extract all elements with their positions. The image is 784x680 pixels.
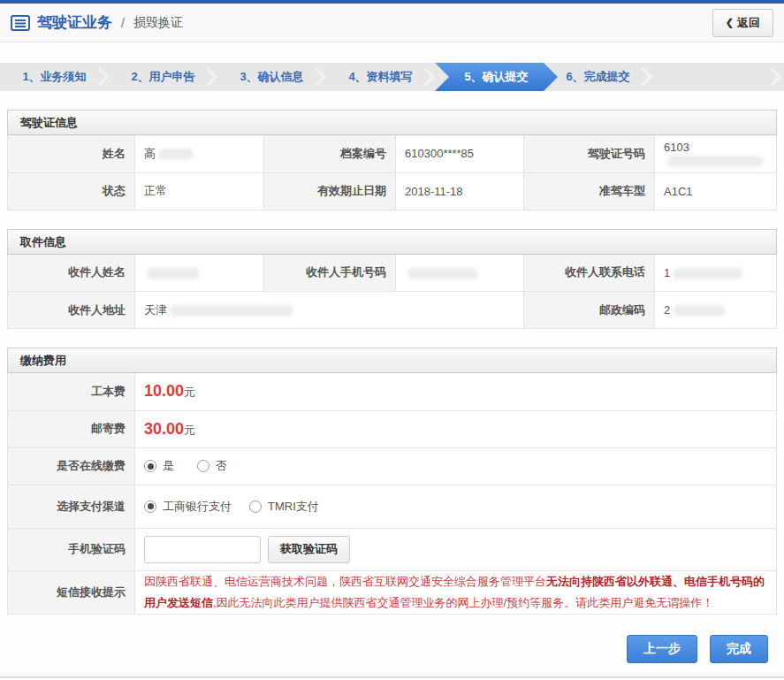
recipient-phone-value: 1 xyxy=(655,255,777,292)
license-info-table: 姓名 高 档案编号 610300****85 驾驶证号码 6103 状态 正常 … xyxy=(7,135,777,210)
page-subtitle: 损毁换证 xyxy=(133,15,183,31)
section-pickup-info: 取件信息 收件人姓名 收件人手机号码 收件人联系电话 1 收件人地址 天津 邮政… xyxy=(7,229,777,330)
pay-channel-label: 选择支付渠道 xyxy=(8,485,135,528)
table-row: 收件人姓名 收件人手机号码 收件人联系电话 1 xyxy=(8,255,777,292)
recipient-mobile-label: 收件人手机号码 xyxy=(264,255,396,292)
sms-notice-text: 因陕西省联通、电信运营商技术问题，陕西省互联网交通安全综合服务管理平台无法向持陕… xyxy=(135,570,777,614)
redacted-license-number xyxy=(666,156,764,167)
radio-selected-icon xyxy=(144,500,156,513)
recipient-name-label: 收件人姓名 xyxy=(8,255,135,292)
step-1-business-notice[interactable]: 1、业务须知 xyxy=(0,63,109,91)
section-license-info: 驾驶证信息 姓名 高 档案编号 610300****85 驾驶证号码 6103 … xyxy=(7,110,777,210)
radio-unselected-icon xyxy=(197,460,209,472)
radio-channel-tmri[interactable]: TMRI支付 xyxy=(249,499,319,515)
production-fee-value: 10.00元 xyxy=(135,373,777,410)
finish-button[interactable]: 完成 xyxy=(710,635,768,663)
step-3-confirm-info[interactable]: 3、确认信息 xyxy=(217,63,326,91)
recipient-name-value xyxy=(135,255,264,292)
vehicle-type-label: 准驾车型 xyxy=(524,172,655,210)
breadcrumb-separator: / xyxy=(121,16,125,30)
name-label: 姓名 xyxy=(8,135,135,172)
sms-code-label: 手机验证码 xyxy=(8,528,135,570)
expiry-label: 有效期止日期 xyxy=(264,172,396,210)
online-pay-label: 是否在线缴费 xyxy=(8,447,135,485)
table-row: 短信接收提示 因陕西省联通、电信运营商技术问题，陕西省互联网交通安全综合服务管理… xyxy=(8,570,777,614)
section-title-license: 驾驶证信息 xyxy=(7,110,777,135)
name-value: 高 xyxy=(135,135,264,172)
status-value: 正常 xyxy=(135,172,264,210)
header: 驾驶证业务 / 损毁换证 ❮ 返回 xyxy=(0,4,784,42)
step-2-user-declaration[interactable]: 2、用户申告 xyxy=(109,63,217,91)
online-pay-options: 是 否 xyxy=(135,447,777,485)
table-row: 状态 正常 有效期止日期 2018-11-18 准驾车型 A1C1 xyxy=(8,172,777,210)
radio-unselected-icon xyxy=(249,500,262,513)
redacted-postcode xyxy=(673,305,726,317)
redacted-recipient-name xyxy=(147,268,200,279)
section-title-fees: 缴纳费用 xyxy=(7,348,777,373)
radio-online-yes[interactable]: 是 xyxy=(144,458,174,474)
sms-code-field: 获取验证码 xyxy=(135,528,777,570)
table-row: 选择支付渠道 工商银行支付 TMRI支付 xyxy=(8,485,777,528)
file-number-value: 610300****85 xyxy=(396,135,524,172)
previous-step-button[interactable]: 上一步 xyxy=(627,635,697,663)
redacted-mobile xyxy=(407,268,478,279)
back-button-label: 返回 xyxy=(737,15,760,31)
vehicle-type-value: A1C1 xyxy=(655,172,777,210)
license-number-label: 驾驶证号码 xyxy=(524,135,655,172)
footer-actions: 上一步 完成 xyxy=(7,615,777,663)
step-navigation: 1、业务须知 2、用户申告 3、确认信息 4、资料填写 5、确认提交 6、完成提… xyxy=(0,63,784,91)
recipient-phone-label: 收件人联系电话 xyxy=(524,255,655,292)
recipient-mobile-value xyxy=(396,255,524,292)
postcode-label: 邮政编码 xyxy=(524,292,655,329)
step-4-fill-materials[interactable]: 4、资料填写 xyxy=(326,63,435,91)
postcode-value: 2 xyxy=(655,292,777,329)
redacted-name xyxy=(158,149,194,160)
pay-channel-options: 工商银行支付 TMRI支付 xyxy=(135,485,777,528)
step-5-confirm-submit-active[interactable]: 5、确认提交 xyxy=(435,63,558,91)
sms-code-input[interactable] xyxy=(144,536,261,563)
table-row: 姓名 高 档案编号 610300****85 驾驶证号码 6103 xyxy=(8,135,777,172)
radio-online-no[interactable]: 否 xyxy=(197,458,227,474)
breadcrumb: 驾驶证业务 / 损毁换证 xyxy=(11,12,183,33)
back-button[interactable]: ❮ 返回 xyxy=(712,9,773,37)
sms-notice-label: 短信接收提示 xyxy=(8,570,135,614)
step-bar-tail xyxy=(652,63,784,91)
page-title: 驾驶证业务 xyxy=(37,12,112,33)
radio-selected-icon xyxy=(144,460,156,472)
expiry-value: 2018-11-18 xyxy=(396,172,524,210)
chevron-left-icon: ❮ xyxy=(726,17,734,28)
table-row: 手机验证码 获取验证码 xyxy=(8,528,777,570)
main-content: 驾驶证信息 姓名 高 档案编号 610300****85 驾驶证号码 6103 … xyxy=(0,91,784,663)
file-number-label: 档案编号 xyxy=(264,135,396,172)
table-row: 邮寄费 30.00元 xyxy=(8,410,777,447)
recipient-address-value: 天津 xyxy=(135,292,524,329)
status-label: 状态 xyxy=(8,172,135,210)
step-6-complete-submit[interactable]: 6、完成提交 xyxy=(544,63,652,91)
section-title-pickup: 取件信息 xyxy=(7,229,777,255)
mail-fee-value: 30.00元 xyxy=(135,410,777,447)
table-row: 收件人地址 天津 邮政编码 2 xyxy=(8,292,777,329)
recipient-address-label: 收件人地址 xyxy=(8,292,135,329)
page: 驾驶证业务 / 损毁换证 ❮ 返回 1、业务须知 2、用户申告 3、确认信息 4… xyxy=(0,0,784,680)
table-row: 工本费 10.00元 xyxy=(8,373,777,410)
get-code-button[interactable]: 获取验证码 xyxy=(268,536,350,563)
production-fee-label: 工本费 xyxy=(8,373,135,410)
fees-table: 工本费 10.00元 邮寄费 30.00元 是否在线缴费 xyxy=(7,373,777,615)
section-fees: 缴纳费用 工本费 10.00元 邮寄费 30.00元 是否在线缴费 xyxy=(7,348,777,615)
list-icon xyxy=(11,15,30,31)
license-number-value: 6103 xyxy=(655,135,777,172)
redacted-phone xyxy=(673,268,743,279)
mail-fee-label: 邮寄费 xyxy=(8,410,135,447)
radio-channel-icbc[interactable]: 工商银行支付 xyxy=(144,499,232,515)
redacted-address xyxy=(170,305,293,317)
table-row: 是否在线缴费 是 否 xyxy=(8,447,777,485)
pickup-info-table: 收件人姓名 收件人手机号码 收件人联系电话 1 收件人地址 天津 邮政编码 2 xyxy=(7,255,777,330)
